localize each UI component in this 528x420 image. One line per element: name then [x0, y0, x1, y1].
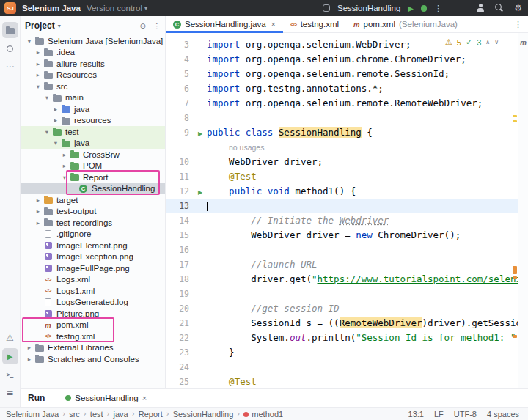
tree-item-logs-xml[interactable]: </>Logs.xml — [21, 274, 165, 286]
breadcrumb-item-java[interactable]: java — [114, 410, 128, 419]
line-number[interactable]: 10 — [166, 155, 194, 169]
run-icon[interactable]: ▶ — [2, 348, 18, 364]
more-actions-icon[interactable]: ⋮ — [434, 4, 442, 13]
code-line-24[interactable]: 24 — [166, 360, 518, 375]
status-utf-8[interactable]: UTF-8 — [454, 410, 477, 419]
breadcrumb-item-selenium-java[interactable]: Selenium Java — [6, 410, 59, 419]
app-logo[interactable]: SJ — [4, 2, 16, 14]
chevron-open-icon[interactable]: ▾ — [34, 83, 43, 90]
line-number[interactable]: 8 — [166, 111, 194, 125]
problems-icon[interactable]: ⚠ — [2, 330, 18, 346]
run-button[interactable]: ▶ — [408, 4, 414, 12]
line-number[interactable]: 3 — [166, 37, 194, 52]
chevron-open-icon[interactable]: ▾ — [25, 37, 34, 45]
line-number[interactable]: 22 — [166, 331, 194, 345]
breadcrumb-item-src[interactable]: src — [69, 410, 80, 419]
chevron-down-icon[interactable]: ▾ — [58, 23, 61, 29]
line-number[interactable]: 21 — [166, 316, 194, 331]
tree-item-report[interactable]: ▾Report — [21, 172, 165, 183]
line-number[interactable]: 20 — [166, 301, 194, 316]
tree-item-selenium-java-seleniumjava[interactable]: ▾Selenium Java [SeleniumJava]~/IdeaProj — [21, 35, 165, 47]
tree-item-gitignore[interactable]: .gitignore — [21, 229, 165, 240]
chevron-closed-icon[interactable]: ▸ — [34, 48, 43, 56]
editor-tab-pom-xml[interactable]: mpom.xml (SeleniumJava) — [346, 16, 465, 32]
code-line-7[interactable]: 7import org.openqa.selenium.remote.Remot… — [166, 96, 518, 111]
line-number[interactable]: 4 — [166, 52, 194, 67]
tree-item-crossbrw[interactable]: ▸CrossBrw — [21, 149, 165, 161]
line-number[interactable]: 25 — [166, 375, 194, 388]
run-tab-sessionhandling[interactable]: SessionHandling × — [65, 394, 147, 402]
tree-item-target[interactable]: ▸target — [21, 194, 165, 206]
status-lf[interactable]: LF — [434, 410, 444, 419]
chevron-open-icon[interactable]: ▾ — [43, 128, 51, 136]
tree-item-java[interactable]: ▸java — [21, 103, 165, 115]
chevron-closed-icon[interactable]: ▸ — [25, 355, 34, 363]
code-line-9[interactable]: 9▶public class SessionHandling { — [166, 125, 518, 140]
tree-item-imageexception-png[interactable]: ImageException.png — [21, 251, 165, 263]
code-line-16[interactable]: 16 — [166, 243, 518, 257]
usages-inlay-hint[interactable]: no usages — [229, 143, 264, 152]
locate-file-icon[interactable]: ⊙ — [140, 22, 146, 30]
code-line-6[interactable]: 6import org.testng.annotations.*; — [166, 81, 518, 96]
tree-item-imageelement-png[interactable]: ImageElement.png — [21, 240, 165, 251]
tree-item-resources[interactable]: ▸resources — [21, 115, 165, 127]
panel-options-icon[interactable]: ⋮ — [153, 22, 161, 30]
error-stripe-mark[interactable] — [513, 266, 517, 274]
code-line-13[interactable]: 13 — [166, 199, 518, 213]
run-test-icon[interactable]: ▶ — [198, 130, 202, 137]
tree-item-src[interactable]: ▾src — [21, 81, 165, 92]
code-line-20[interactable]: 20 //get session ID — [166, 301, 518, 316]
code-line-18[interactable]: 18 driver.get("https://www.tutorialspoin… — [166, 272, 518, 287]
tree-item-pom-xml[interactable]: mpom.xml — [21, 320, 165, 331]
vcs-menu[interactable]: Version control ▾ — [87, 4, 147, 12]
line-number[interactable]: 6 — [166, 81, 194, 96]
code-line-21[interactable]: 21 SessionId s = ((RemoteWebDriver)drive… — [166, 316, 518, 331]
inspections-widget[interactable]: ⚠ 5 ✓ 3 ∧ ∨ — [442, 37, 502, 48]
close-icon[interactable]: × — [271, 20, 276, 29]
chevron-closed-icon[interactable]: ▸ — [51, 106, 60, 113]
tree-item-imagefullpage-png[interactable]: ImageFullPage.png — [21, 262, 165, 274]
chevron-closed-icon[interactable]: ▸ — [60, 162, 69, 169]
run-panel-title[interactable]: Run — [21, 393, 52, 403]
prev-problem-icon[interactable]: ∧ — [485, 39, 490, 45]
code-line-23[interactable]: 23 } — [166, 345, 518, 360]
project-icon[interactable] — [2, 22, 18, 38]
next-problem-icon[interactable]: ∨ — [494, 39, 499, 45]
line-number[interactable]: 24 — [166, 360, 194, 375]
code-line-25[interactable]: 25 @Test — [166, 375, 518, 388]
line-number[interactable]: 18 — [166, 272, 194, 287]
services-icon[interactable]: ≡ — [2, 385, 18, 401]
terminal-icon[interactable]: >_ — [2, 366, 18, 383]
error-stripe-mark[interactable] — [513, 276, 517, 279]
code-line-22[interactable]: 22 System.out.println("Session Id is for… — [166, 331, 518, 345]
code-line-12[interactable]: 12▶ public void method1() { — [166, 184, 518, 199]
status-13-1[interactable]: 13:1 — [408, 410, 424, 419]
code-line-17[interactable]: 17 //launch URL — [166, 257, 518, 272]
tree-item-sessionhandling[interactable]: CSessionHandling — [21, 183, 165, 195]
line-number[interactable]: 11 — [166, 169, 194, 184]
tree-item-logs1-xml[interactable]: </>Logs1.xml — [21, 285, 165, 297]
tree-item-resources[interactable]: ▸Resources — [21, 70, 165, 81]
search-icon[interactable] — [495, 4, 504, 12]
error-stripe[interactable] — [512, 33, 518, 388]
maven-tool-icon[interactable]: m — [518, 39, 528, 47]
line-number[interactable]: 13 — [166, 199, 194, 213]
tree-item-test[interactable]: ▾test — [21, 126, 165, 138]
tree-item-test-output[interactable]: ▸test-output — [21, 206, 165, 218]
chevron-closed-icon[interactable]: ▸ — [51, 117, 60, 124]
breadcrumb-item-test[interactable]: test — [90, 410, 103, 419]
chevron-closed-icon[interactable]: ▸ — [34, 196, 43, 204]
breadcrumb-item-sessionhandling[interactable]: SessionHandling — [173, 410, 234, 419]
line-number[interactable]: 7 — [166, 96, 194, 111]
error-stripe-mark[interactable] — [513, 335, 517, 338]
breadcrumb-item-report[interactable]: Report — [139, 410, 163, 419]
tree-item-pom[interactable]: ▸POM — [21, 161, 165, 172]
code-line-8[interactable]: 8 — [166, 111, 518, 125]
chevron-closed-icon[interactable]: ▸ — [34, 207, 43, 215]
close-icon[interactable]: × — [142, 394, 147, 402]
commit-icon[interactable] — [2, 40, 18, 56]
tree-item-picture-png[interactable]: Picture.png — [21, 308, 165, 320]
line-number[interactable]: 17 — [166, 257, 194, 272]
code-line-4[interactable]: 4import org.openqa.selenium.chrome.Chrom… — [166, 52, 518, 67]
line-number[interactable]: 19 — [166, 287, 194, 301]
